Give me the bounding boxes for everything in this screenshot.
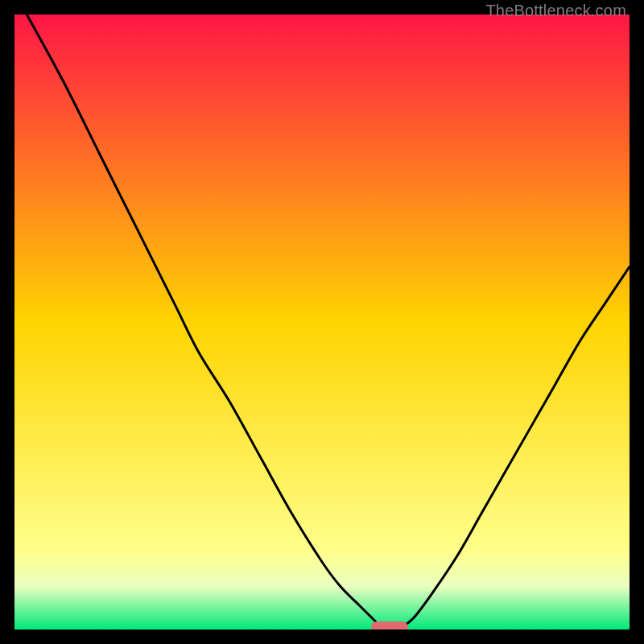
chart-svg [14,14,630,630]
watermark-text: TheBottleneck.com [485,2,626,20]
optimal-range-marker [371,621,408,630]
gradient-background [14,14,630,630]
chart-frame: TheBottleneck.com [0,0,644,644]
chart-plot-area [14,14,630,630]
